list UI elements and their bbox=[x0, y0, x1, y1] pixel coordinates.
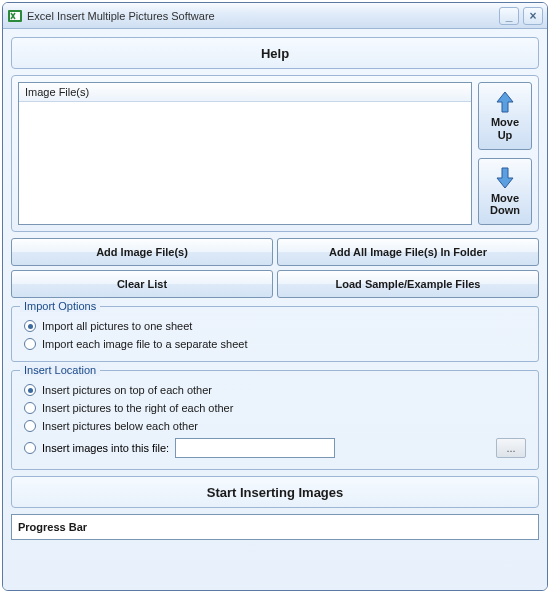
radio-icon bbox=[24, 320, 36, 332]
radio-icon bbox=[24, 420, 36, 432]
minimize-button[interactable]: _ bbox=[499, 7, 519, 25]
move-down-label: Move Down bbox=[490, 192, 520, 217]
move-down-button[interactable]: Move Down bbox=[478, 158, 532, 226]
radio-icon bbox=[24, 338, 36, 350]
import-opt-separate-sheet[interactable]: Import each image file to a separate she… bbox=[20, 335, 530, 353]
insert-location-legend: Insert Location bbox=[20, 364, 100, 376]
import-options-legend: Import Options bbox=[20, 300, 100, 312]
add-files-button[interactable]: Add Image File(s) bbox=[11, 238, 273, 266]
arrow-up-icon bbox=[494, 90, 516, 114]
help-label: Help bbox=[261, 46, 289, 61]
app-window: Excel Insert Multiple Pictures Software … bbox=[2, 2, 548, 591]
insert-opt-top[interactable]: Insert pictures on top of each other bbox=[20, 381, 530, 399]
list-body bbox=[19, 102, 471, 224]
titlebar: Excel Insert Multiple Pictures Software … bbox=[3, 3, 547, 29]
radio-icon bbox=[24, 402, 36, 414]
arrow-down-icon bbox=[494, 166, 516, 190]
close-button[interactable]: × bbox=[523, 7, 543, 25]
image-list-panel: Image File(s) Move Up Move Down bbox=[11, 75, 539, 232]
client-area: Help Image File(s) Move Up Move Do bbox=[3, 29, 547, 590]
start-label: Start Inserting Images bbox=[207, 485, 344, 500]
import-options-group: Import Options Import all pictures to on… bbox=[11, 306, 539, 362]
progress-label: Progress Bar bbox=[18, 521, 87, 533]
import-opt-one-sheet[interactable]: Import all pictures to one sheet bbox=[20, 317, 530, 335]
insert-opt-right[interactable]: Insert pictures to the right of each oth… bbox=[20, 399, 530, 417]
move-up-button[interactable]: Move Up bbox=[478, 82, 532, 150]
load-sample-button[interactable]: Load Sample/Example Files bbox=[277, 270, 539, 298]
insert-opt-file-row: Insert images into this file: ... bbox=[20, 435, 530, 461]
progress-bar: Progress Bar bbox=[11, 514, 539, 540]
add-folder-button[interactable]: Add All Image File(s) In Folder bbox=[277, 238, 539, 266]
window-buttons: _ × bbox=[499, 7, 543, 25]
radio-icon bbox=[24, 384, 36, 396]
clear-list-button[interactable]: Clear List bbox=[11, 270, 273, 298]
image-listbox[interactable]: Image File(s) bbox=[18, 82, 472, 225]
insert-location-group: Insert Location Insert pictures on top o… bbox=[11, 370, 539, 470]
window-title: Excel Insert Multiple Pictures Software bbox=[27, 10, 499, 22]
app-icon bbox=[7, 8, 23, 24]
ellipsis-icon: ... bbox=[506, 442, 515, 454]
browse-button[interactable]: ... bbox=[496, 438, 526, 458]
list-header: Image File(s) bbox=[19, 83, 471, 102]
start-button[interactable]: Start Inserting Images bbox=[11, 476, 539, 508]
help-button[interactable]: Help bbox=[11, 37, 539, 69]
file-path-input[interactable] bbox=[175, 438, 335, 458]
insert-opt-file-label: Insert images into this file: bbox=[42, 442, 169, 454]
action-buttons: Add Image File(s) Add All Image File(s) … bbox=[11, 238, 539, 298]
insert-opt-file[interactable] bbox=[24, 442, 36, 454]
insert-opt-below[interactable]: Insert pictures below each other bbox=[20, 417, 530, 435]
move-up-label: Move Up bbox=[491, 116, 519, 141]
move-buttons-group: Move Up Move Down bbox=[478, 82, 532, 225]
